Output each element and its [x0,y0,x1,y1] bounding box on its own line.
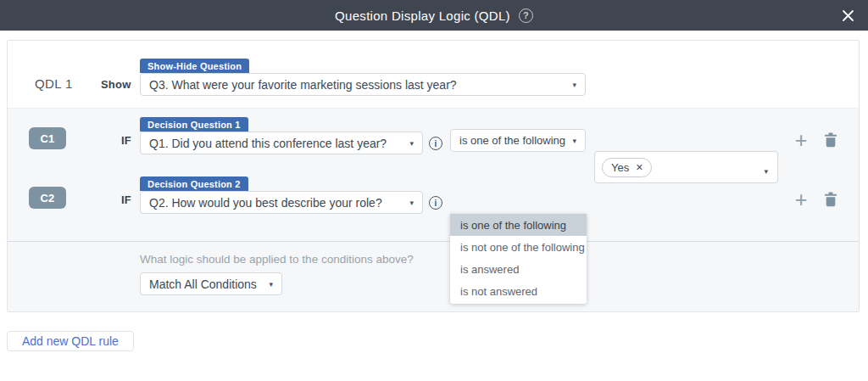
decision-question-badge-2: Decision Question 2 [140,176,248,191]
operator-menu-item[interactable]: is one of the following [450,214,587,236]
trash-icon [824,192,837,207]
question-display-logic-modal: Question Display Logic (QDL) ? QDL 1 Sho… [0,0,868,381]
show-label: Show [101,78,131,91]
operator-menu-item[interactable]: is not one of the following [450,236,587,258]
add-qdl-rule-button[interactable]: Add new QDL rule [7,331,134,351]
decision-question-value-1: Q1. Did you attend this conference last … [149,137,387,150]
answer-tag: Yes × [602,158,652,177]
show-question-field: Show-Hide Question Q3. What were your fa… [140,59,586,96]
help-icon[interactable]: ? [519,8,533,23]
logic-select[interactable]: Match All Conditions ▾ [140,272,282,295]
condition-chip-c1: C1 [29,127,66,149]
decision-question-badge-1: Decision Question 1 [140,117,248,132]
condition-row-c1: C1 IF Decision Question 1 Q1. Did you at… [8,109,859,164]
conditions-section: C1 IF Decision Question 1 Q1. Did you at… [8,108,859,241]
decision-question-value-2: Q2. How would you best describe your rol… [149,196,382,210]
answer-multiselect-1[interactable]: Yes × ▾ [594,151,778,183]
operator-value-1: is one of the following [459,134,565,147]
add-condition-button[interactable]: + [792,128,810,152]
decision-question-field-1: Decision Question 1 Q1. Did you attend t… [140,117,423,154]
plus-icon: + [795,130,808,151]
logic-question-label: What logic should be applied to the cond… [140,253,414,266]
decision-question-select-2[interactable]: Q2. How would you best describe your rol… [140,191,423,214]
show-hide-question-badge: Show-Hide Question [140,59,249,73]
caret-down-icon: ▾ [572,137,576,145]
logic-select-value: Match All Conditions [149,277,257,291]
decision-question-field-2: Decision Question 2 Q2. How would you be… [140,176,423,214]
caret-down-icon: ▾ [764,167,768,176]
logic-section: What logic should be applied to the cond… [8,241,859,311]
operator-menu: is one of the following is not one of th… [450,214,587,304]
qdl-rule-label: QDL 1 [35,76,73,91]
operator-menu-item[interactable]: is answered [450,258,587,280]
decision-question-select-1[interactable]: Q1. Did you attend this conference last … [140,132,423,154]
modal-title: Question Display Logic (QDL) [335,8,510,23]
if-label: IF [121,193,131,206]
info-icon[interactable]: i [429,196,442,210]
info-icon[interactable]: i [429,137,442,150]
show-hide-row: QDL 1 Show Show-Hide Question Q3. What w… [8,41,859,108]
caret-down-icon: ▾ [269,280,273,289]
modal-header: Question Display Logic (QDL) ? [0,0,868,31]
operator-menu-item[interactable]: is not answered [450,280,587,302]
operator-select-1[interactable]: is one of the following ▾ [450,129,586,152]
if-label: IF [121,134,131,147]
delete-condition-button[interactable] [823,132,838,148]
caret-down-icon: ▾ [409,199,414,207]
condition-chip-c2: C2 [29,187,66,209]
tag-remove-icon[interactable]: × [636,161,643,173]
qdl-rule-card: QDL 1 Show Show-Hide Question Q3. What w… [7,40,860,312]
show-question-select[interactable]: Q3. What were your favorite marketing se… [140,73,586,96]
caret-down-icon: ▾ [572,81,576,89]
answer-tag-label: Yes [611,161,629,174]
trash-icon [824,132,837,148]
close-icon[interactable] [840,8,855,23]
caret-down-icon: ▾ [409,139,414,148]
plus-icon: + [795,189,808,210]
delete-condition-button[interactable] [823,191,838,208]
show-question-value: Q3. What were your favorite marketing se… [149,78,457,92]
add-qdl-rule-label: Add new QDL rule [22,334,119,348]
add-condition-button[interactable]: + [792,188,810,211]
